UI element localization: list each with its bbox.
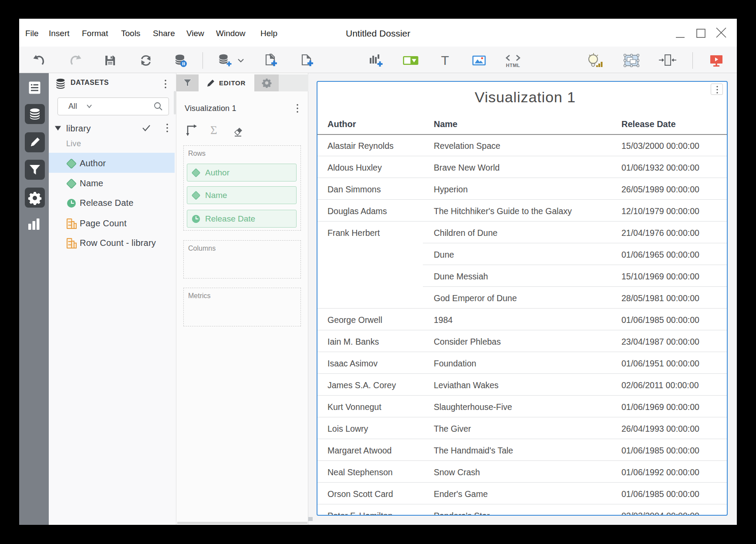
svg-text:HTML: HTML [506, 63, 520, 68]
svg-text:T: T [441, 53, 449, 67]
